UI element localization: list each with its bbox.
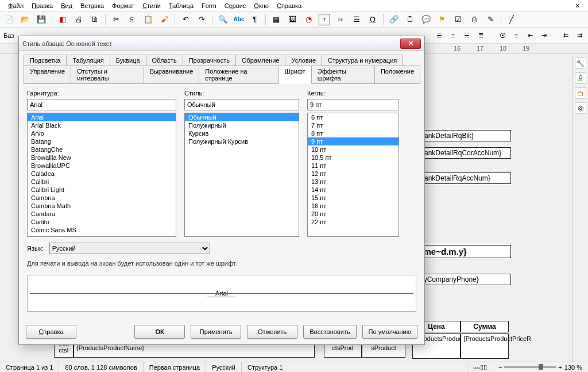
zoom-value[interactable]: 130 % [564, 364, 582, 371]
tab-outline[interactable]: Структура и нумерация [322, 55, 403, 66]
default-button[interactable]: По умолчанию [362, 325, 417, 339]
styles-panel-icon[interactable]: Ꭿ [575, 72, 586, 84]
list-item[interactable]: Обычный [185, 113, 299, 121]
navigator-icon[interactable]: ◎ [575, 102, 586, 114]
copy-icon[interactable]: ⎘ [126, 14, 138, 25]
ok-button[interactable]: ОК [134, 325, 185, 339]
list-item[interactable]: 10,5 пт [308, 154, 399, 162]
list-item[interactable]: Arvo [28, 129, 176, 137]
nonprint-icon[interactable]: ¶ [249, 14, 261, 25]
table-cell[interactable]: {ProductsProductPriceR [461, 333, 509, 359]
hyperlink-icon[interactable]: 🔗 [388, 14, 400, 25]
list-item[interactable]: 10 пт [308, 145, 399, 154]
menu-styles[interactable]: Стили [139, 1, 164, 10]
menu-window[interactable]: Окно [250, 1, 272, 10]
align-center-icon[interactable]: ≡ [448, 30, 458, 41]
new-doc-icon[interactable]: 📄 [3, 14, 15, 25]
tab-indents[interactable]: Отступы и интервалы [71, 66, 144, 84]
menu-tools[interactable]: Сервис [221, 1, 250, 10]
find-icon[interactable]: 🔍 [217, 14, 229, 25]
doc-cell[interactable]: {...ankDetailRqBik} [413, 130, 511, 141]
list-item[interactable]: Browallia New [28, 154, 176, 162]
menu-insert[interactable]: Вставка [77, 1, 107, 10]
style-listbox[interactable]: Обычный Полужирный Курсив Полужирный Кур… [184, 113, 299, 237]
list-item[interactable]: 20 пт [308, 210, 399, 218]
doc-cell[interactable]: {...ankDetailRqAccNum} [413, 172, 511, 184]
comment-icon[interactable]: 💬 [420, 14, 432, 25]
list-item[interactable]: 22 пт [308, 218, 399, 226]
field-icon[interactable]: ☰ [351, 14, 362, 25]
tab-area[interactable]: Область [146, 55, 183, 66]
tab-highlighting[interactable]: Подсветка [24, 55, 67, 66]
list-item[interactable]: BatangChe [28, 145, 176, 154]
tab-tabs[interactable]: Табуляция [66, 55, 110, 66]
menu-edit[interactable]: Правка [28, 1, 56, 10]
doc-cell[interactable]: ...me~d.m.y} [413, 245, 511, 258]
menu-form[interactable]: Form [198, 1, 220, 10]
save-icon[interactable]: 💾 [36, 14, 47, 25]
list-item[interactable]: 7 пт [308, 121, 399, 129]
list-item[interactable]: Comic Sans MS [28, 226, 176, 234]
align-right-icon[interactable]: ☵ [462, 30, 472, 41]
size-input[interactable] [307, 99, 399, 110]
style-input[interactable] [184, 99, 299, 110]
tab-borders[interactable]: Обрамление [235, 55, 286, 66]
family-listbox[interactable]: Arial Arial Black Arvo Batang BatangChe … [27, 113, 176, 237]
list-item[interactable]: Arial [28, 113, 176, 121]
decrease-indent-icon[interactable]: ⇇ [560, 30, 571, 41]
tab-transparency[interactable]: Прозрачность [183, 55, 236, 66]
bookmark-icon[interactable]: ⚑ [436, 14, 448, 25]
numbering-icon[interactable]: ≡ [511, 30, 521, 41]
list-item[interactable]: Курсив [185, 129, 299, 137]
redo-icon[interactable]: ↷ [196, 14, 207, 25]
tab-textflow[interactable]: Положение на странице [199, 66, 278, 84]
view-multi-icon[interactable]: ▫▫ [475, 364, 480, 371]
spellcheck-icon[interactable]: Abc [233, 14, 245, 25]
list-item[interactable]: Полужирный Курсив [185, 137, 299, 145]
doc-cell[interactable]: {...ankDetailRqCorAccNum} [413, 147, 511, 159]
doc-cell[interactable]: ...lyCompanyPhone} [413, 274, 511, 285]
status-page-style[interactable]: Первая страница [144, 362, 206, 372]
page-break-icon[interactable]: ⎃ [335, 14, 346, 25]
list-item[interactable]: Arial Black [28, 121, 176, 129]
paste-icon[interactable]: 📋 [142, 14, 154, 25]
reset-button[interactable]: Восстановить [303, 325, 356, 339]
align-justify-icon[interactable]: ≣ [475, 30, 486, 41]
cut-icon[interactable]: ✂ [110, 14, 122, 25]
table-header[interactable]: Сумма [461, 321, 509, 332]
tab-position[interactable]: Положение [374, 66, 420, 84]
list-item[interactable]: 13 пт [308, 178, 399, 186]
properties-icon[interactable]: 🔧 [575, 57, 586, 69]
help-button[interactable]: Справка [26, 325, 76, 339]
list-item[interactable]: 14 пт [308, 186, 399, 194]
tab-font[interactable]: Шрифт [278, 66, 312, 84]
view-book-icon[interactable]: ▯▯ [480, 363, 487, 371]
status-page[interactable]: Страница 1 из 1 [0, 362, 59, 372]
status-language[interactable]: Русский [206, 362, 242, 372]
cancel-button[interactable]: Отменить [247, 325, 297, 339]
table-icon[interactable]: ▦ [270, 14, 282, 25]
tab-fonteffects[interactable]: Эффекты шрифта [311, 66, 375, 84]
list-item[interactable]: Caladea [28, 170, 176, 178]
indent-icon[interactable]: ⇥ [539, 30, 549, 41]
gallery-icon[interactable]: 🗀 [575, 87, 586, 99]
print-icon[interactable]: 🖨 [73, 14, 84, 25]
list-item[interactable]: Cambria Math [28, 202, 176, 210]
menu-file[interactable]: Файл [5, 1, 27, 10]
textbox-icon[interactable]: T [319, 14, 330, 25]
list-item[interactable]: Calibri [28, 178, 176, 186]
undo-icon[interactable]: ↶ [180, 14, 191, 25]
special-char-icon[interactable]: Ω [367, 14, 378, 25]
outdent-icon[interactable]: ⇤ [525, 30, 535, 41]
export-pdf-icon[interactable]: ◧ [57, 14, 68, 25]
list-item[interactable]: BrowalliaUPC [28, 162, 176, 170]
menu-format[interactable]: Формат [109, 1, 138, 10]
tab-dropcaps[interactable]: Буквица [110, 55, 146, 66]
size-listbox[interactable]: 6 пт 7 пт 8 пт 9 пт 10 пт 10,5 пт 11 пт … [307, 113, 399, 237]
family-input[interactable] [27, 99, 176, 110]
list-item[interactable]: Cambria [28, 194, 176, 202]
list-item[interactable]: Полужирный [185, 121, 299, 129]
list-item[interactable]: 15 пт [308, 194, 399, 202]
tab-condition[interactable]: Условие [285, 55, 322, 66]
bullets-icon[interactable]: ⦿ [497, 30, 508, 41]
